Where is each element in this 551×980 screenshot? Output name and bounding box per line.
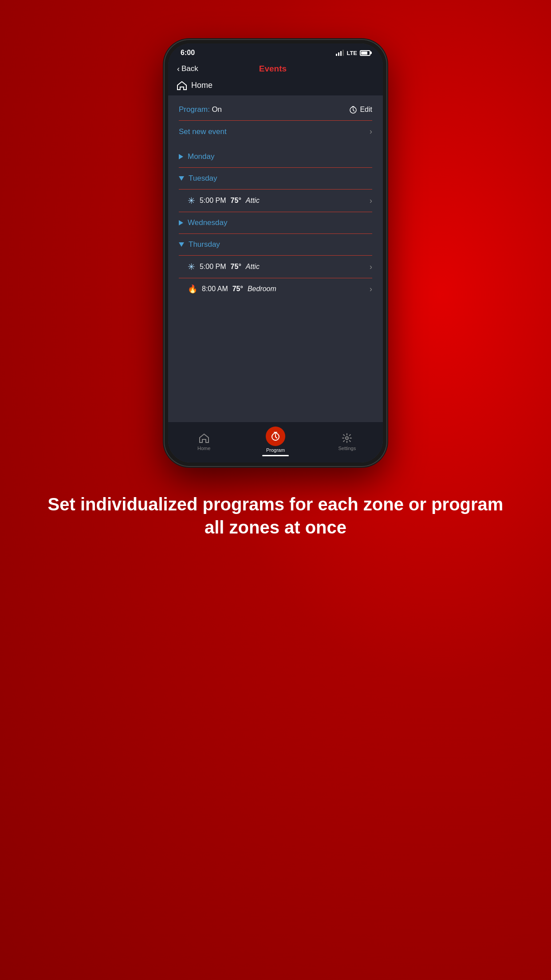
event-chevron-thursday-1-icon: › (370, 285, 372, 294)
tab-settings[interactable]: Settings (311, 432, 383, 451)
signal-bars (336, 50, 344, 56)
event-zone-tuesday-0: Attic (246, 197, 260, 205)
event-temp-tuesday-0: 75° (231, 197, 241, 205)
event-zone-thursday-0: Attic (246, 263, 260, 271)
triangle-right-wednesday-icon (179, 220, 183, 225)
home-label: Home (191, 81, 213, 90)
back-chevron-icon: ‹ (177, 64, 180, 74)
day-label-wednesday: Wednesday (188, 218, 227, 227)
tab-program-label: Program (266, 447, 285, 453)
flame-icon-thursday-1: 🔥 (188, 284, 197, 294)
day-row-wednesday[interactable]: Wednesday (172, 212, 379, 233)
snowflake-icon-tuesday-0: ✳ (188, 195, 195, 206)
event-chevron-thursday-0-icon: › (370, 262, 372, 272)
set-event-row[interactable]: Set new event › (172, 121, 379, 142)
signal-bar-1 (336, 54, 337, 56)
battery-fill (361, 51, 367, 55)
event-time-tuesday-0: 5:00 PM (200, 197, 226, 205)
status-bar: 6:00 LTE (168, 43, 383, 59)
phone-wrapper: 6:00 LTE ‹ B (165, 40, 386, 466)
program-section: Program: On Edit (172, 99, 379, 142)
set-event-label: Set new event (179, 127, 227, 136)
tab-settings-icon (341, 432, 353, 444)
event-row-thursday-0[interactable]: ✳ 5:00 PM 75° Attic › (172, 256, 379, 278)
tab-home-icon (198, 432, 210, 444)
nav-title: Events (198, 64, 347, 74)
battery-icon (360, 50, 370, 56)
bottom-text: Set individualized programs for each zon… (0, 493, 551, 539)
triangle-down-tuesday-icon (179, 176, 184, 181)
status-icons: LTE (336, 50, 370, 56)
event-zone-thursday-1: Bedroom (248, 285, 276, 293)
signal-bar-3 (340, 51, 342, 56)
home-row[interactable]: Home (168, 77, 383, 95)
day-label-monday: Monday (188, 152, 214, 161)
nav-bar: ‹ Back Events (168, 59, 383, 77)
lte-label: LTE (346, 50, 357, 56)
event-left-thursday-0: ✳ 5:00 PM 75° Attic (188, 261, 260, 272)
event-chevron-tuesday-0-icon: › (370, 196, 372, 205)
signal-bar-4 (342, 50, 344, 56)
tab-program[interactable]: Program (240, 427, 311, 456)
phone-screen: 6:00 LTE ‹ B (168, 43, 383, 462)
tab-settings-label: Settings (338, 446, 356, 451)
phone-shell: 6:00 LTE ‹ B (165, 40, 386, 466)
event-temp-thursday-1: 75° (232, 285, 243, 293)
tab-bar: Home Program (168, 422, 383, 462)
status-time: 6:00 (181, 49, 195, 57)
tab-home[interactable]: Home (168, 432, 240, 451)
program-info: Program: On (179, 105, 222, 114)
events-section: Monday Tuesday ✳ 5:00 PM 75° (172, 146, 379, 419)
signal-bar-2 (338, 52, 339, 56)
event-time-thursday-1: 8:00 AM (202, 285, 228, 293)
triangle-down-thursday-icon (179, 242, 184, 247)
tab-home-label: Home (197, 446, 210, 451)
event-row-tuesday-0[interactable]: ✳ 5:00 PM 75° Attic › (172, 190, 379, 212)
event-temp-thursday-0: 75° (231, 263, 241, 271)
svg-point-2 (346, 437, 348, 439)
day-label-tuesday: Tuesday (189, 174, 217, 183)
event-left-thursday-1: 🔥 8:00 AM 75° Bedroom (188, 284, 276, 294)
timer-icon (349, 106, 357, 114)
event-time-thursday-0: 5:00 PM (200, 263, 226, 271)
back-label: Back (181, 64, 198, 73)
edit-label: Edit (360, 106, 372, 114)
day-row-thursday[interactable]: Thursday (172, 234, 379, 255)
day-row-monday[interactable]: Monday (172, 146, 379, 167)
triangle-right-monday-icon (179, 154, 183, 159)
main-content: Program: On Edit (168, 95, 383, 422)
day-label-thursday: Thursday (189, 240, 220, 249)
program-row: Program: On Edit (172, 99, 379, 120)
home-icon (177, 81, 187, 90)
program-value: On (212, 105, 222, 114)
edit-button[interactable]: Edit (349, 106, 372, 114)
snowflake-icon-thursday-0: ✳ (188, 261, 195, 272)
set-event-chevron-icon: › (370, 127, 372, 136)
tab-program-indicator (262, 455, 289, 456)
tab-program-icon (266, 427, 285, 446)
program-label: Program: (179, 105, 210, 114)
event-left-tuesday-0: ✳ 5:00 PM 75° Attic (188, 195, 260, 206)
day-row-tuesday[interactable]: Tuesday (172, 168, 379, 189)
back-button[interactable]: ‹ Back (177, 64, 198, 74)
event-row-thursday-1[interactable]: 🔥 8:00 AM 75° Bedroom › (172, 278, 379, 300)
